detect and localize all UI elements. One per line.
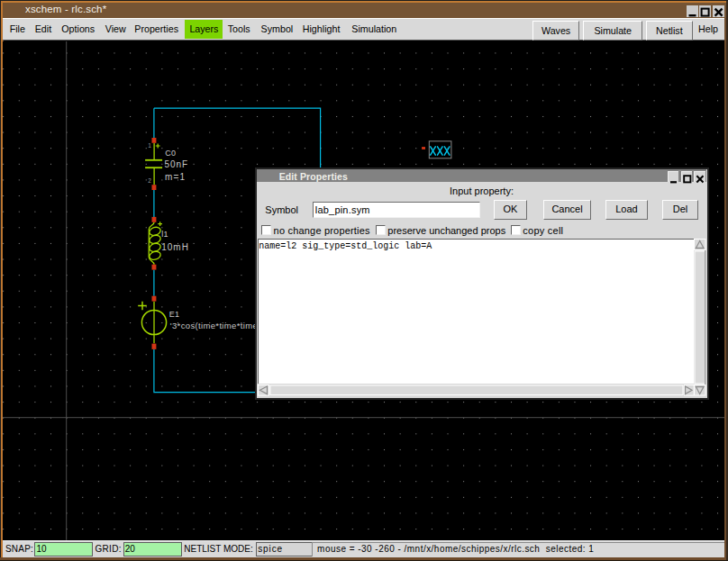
svg-text:50nF: 50nF <box>164 159 187 169</box>
svg-text:2: 2 <box>148 177 151 184</box>
svg-text:10mH: 10mH <box>161 242 189 252</box>
svg-text:1: 1 <box>148 142 151 149</box>
svg-text:C0: C0 <box>165 149 176 158</box>
svg-text:E1: E1 <box>168 310 179 319</box>
svg-text:m=1: m=1 <box>165 172 186 182</box>
svg-text:l1: l1 <box>161 230 168 239</box>
